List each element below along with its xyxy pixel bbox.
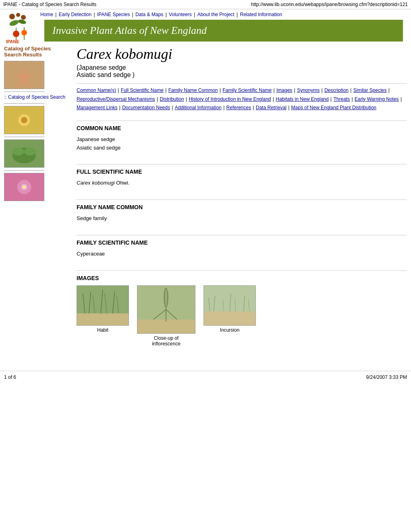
link-distribution[interactable]: Distribution xyxy=(160,96,184,102)
nav-early-detection[interactable]: Early Detection xyxy=(59,12,91,17)
link-images[interactable]: Images xyxy=(276,87,292,93)
link-family-sci[interactable]: Family Scientific Name xyxy=(222,87,272,93)
catalog-search-link[interactable]: :: Catalog of Species Search xyxy=(4,94,68,100)
svg-point-9 xyxy=(21,30,27,35)
section-title-full-sci: FULL SCIENTIFIC NAME xyxy=(77,164,407,175)
footer: 1 of 6 9/24/2007 3:33 PM xyxy=(0,371,411,383)
section-content-family-sci: Cyperaceae xyxy=(77,250,407,258)
section-title-common-name: COMMON NAME xyxy=(77,121,407,131)
image-thumb-habit[interactable] xyxy=(77,285,129,326)
link-additional-info[interactable]: Additional Information xyxy=(175,105,222,110)
section-title-images: IMAGES xyxy=(77,270,407,281)
link-references[interactable]: References xyxy=(226,105,251,110)
svg-rect-34 xyxy=(137,319,195,333)
page-info: 1 of 6 xyxy=(4,374,16,380)
nav-related[interactable]: Related Information xyxy=(240,12,282,17)
svg-point-23 xyxy=(23,185,26,189)
link-common-name[interactable]: Common Name(s) xyxy=(77,87,116,93)
banner: Invasive Plant Atlas of New England xyxy=(44,20,403,42)
svg-point-8 xyxy=(13,31,19,37)
sidebar-divider-1 xyxy=(4,91,44,92)
link-data-retrieval[interactable]: Data Retrieval xyxy=(256,105,286,110)
nav-home[interactable]: Home xyxy=(40,12,53,17)
species-scientific-name: Carex kobomugi xyxy=(77,46,407,62)
svg-point-18 xyxy=(12,148,24,155)
sidebar-thumb-2[interactable] xyxy=(4,106,44,134)
link-history[interactable]: History of Introduction in New England xyxy=(189,96,271,102)
images-container: Habit xyxy=(77,285,407,347)
sidebar-thumb-1[interactable] xyxy=(4,61,44,89)
nav-about[interactable]: About the Project xyxy=(197,12,235,17)
svg-point-36 xyxy=(165,289,167,306)
image-item-closeup: Close-up ofinflorescence xyxy=(137,285,195,347)
image-item-habit: Habit xyxy=(77,285,129,333)
sidebar-thumb-4[interactable] xyxy=(4,173,44,201)
title-bar: IPANE - Catalog of Species Search Result… xyxy=(0,0,411,9)
image-item-incursion: Incursion xyxy=(203,285,256,333)
section-family-sci: FAMILY SCIENTIFIC NAME Cyperaceae xyxy=(77,235,407,258)
svg-point-15 xyxy=(21,117,27,123)
link-doc-needs[interactable]: Documentation Needs xyxy=(122,105,170,110)
svg-point-19 xyxy=(24,148,36,155)
section-content-full-sci: Carex kobomugi Ohwi. xyxy=(77,179,407,187)
svg-text:IPANE: IPANE xyxy=(6,39,19,44)
ipane-logo: IPANE xyxy=(4,12,36,45)
link-repro[interactable]: Reproductive/Dispersal Mechanisms xyxy=(77,96,155,102)
svg-rect-41 xyxy=(204,312,255,325)
sidebar-title: Catalog of Species Search Results xyxy=(4,46,68,58)
link-similar-species[interactable]: Similar Species xyxy=(353,87,387,93)
sidebar: Catalog of Species Search Results :: Cat… xyxy=(4,46,73,359)
section-images: IMAGES xyxy=(77,270,407,347)
section-title-family-common: FAMILY NAME COMMON xyxy=(77,200,407,210)
svg-rect-25 xyxy=(77,313,129,325)
nav-volunteers[interactable]: Volunteers xyxy=(169,12,192,17)
link-habitats[interactable]: Habitats in New England xyxy=(276,96,328,102)
link-early-warning[interactable]: Early Warning Notes xyxy=(355,96,399,102)
svg-point-2 xyxy=(16,13,20,17)
image-caption-closeup: Close-up ofinflorescence xyxy=(152,335,181,347)
link-threats[interactable]: Threats xyxy=(334,96,350,102)
nav-ipane-species[interactable]: IPANE Species xyxy=(97,12,130,17)
svg-point-3 xyxy=(21,15,26,20)
banner-title: Invasive Plant Atlas of New England xyxy=(52,25,207,37)
species-nav-links: Common Name(s) | Full Scientific Name | … xyxy=(77,83,407,112)
link-family-common[interactable]: Family Name Common xyxy=(168,87,218,93)
image-caption-incursion: Incursion xyxy=(220,327,240,333)
link-synonyms[interactable]: Synonyms xyxy=(297,87,320,93)
section-title-family-sci: FAMILY SCIENTIFIC NAME xyxy=(77,235,407,246)
link-description[interactable]: Description xyxy=(324,87,349,93)
timestamp: 9/24/2007 3:33 PM xyxy=(366,374,407,380)
nav-data-maps[interactable]: Data & Maps xyxy=(135,12,163,17)
common-names-subheader: (Japanese sedgeAsiatic sand sedge ) xyxy=(77,64,407,79)
section-family-common: FAMILY NAME COMMON Sedge family xyxy=(77,200,407,223)
sidebar-thumb-3[interactable] xyxy=(4,139,44,168)
window-url: http://www.lib.uconn.edu/webapps/ipane/b… xyxy=(251,2,408,7)
sidebar-divider-4 xyxy=(4,170,44,170)
sidebar-divider-3 xyxy=(4,137,44,137)
link-management[interactable]: Management Links xyxy=(77,105,117,110)
link-maps[interactable]: Maps of New England Plant Distribution xyxy=(291,105,376,110)
image-thumb-closeup[interactable] xyxy=(137,285,195,334)
image-thumb-incursion[interactable] xyxy=(203,285,256,326)
nav-bar: Home | Early Detection | IPANE Species |… xyxy=(40,12,407,20)
section-full-sci-name: FULL SCIENTIFIC NAME Carex kobomugi Ohwi… xyxy=(77,164,407,187)
section-content-common-name: Japanese sedge Asiatic sand sedge xyxy=(77,135,407,152)
section-common-name: COMMON NAME Japanese sedge Asiatic sand … xyxy=(77,121,407,152)
content-area: Carex kobomugi (Japanese sedgeAsiatic sa… xyxy=(73,46,407,359)
image-caption-habit: Habit xyxy=(97,327,108,333)
svg-point-1 xyxy=(9,14,15,19)
window-title: IPANE - Catalog of Species Search Result… xyxy=(3,2,96,7)
sidebar-divider-2 xyxy=(4,103,44,104)
section-content-family-common: Sedge family xyxy=(77,214,407,223)
link-full-sci-name[interactable]: Full Scientific Name xyxy=(121,87,164,93)
